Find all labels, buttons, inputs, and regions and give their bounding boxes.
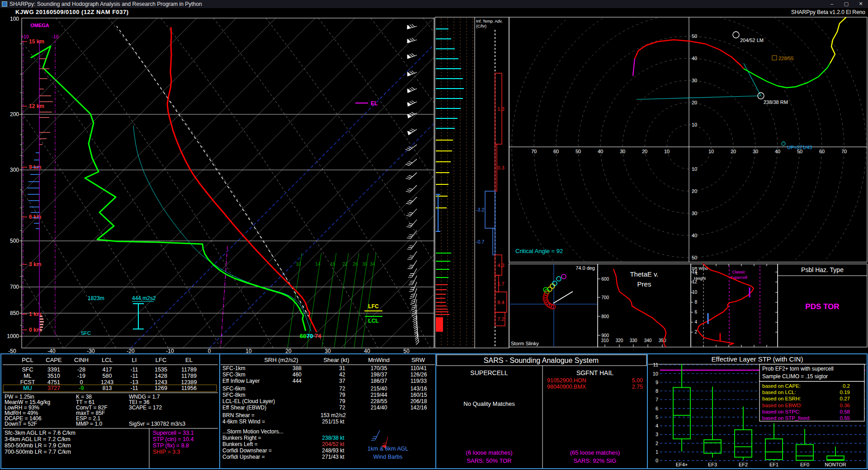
motion-value: 153 m2/s2 [321,412,346,418]
kinematics-table[interactable]: SRH (m2/s2)Shear (kt)MnWindSRWSFC-1km388… [221,357,435,411]
svg-text:110/41: 110/41 [410,365,427,371]
svg-text:-11: -11 [130,367,138,373]
parcel-header: LCL [102,357,113,363]
svg-text:388: 388 [292,365,302,371]
stp-box-ef0 [796,429,813,461]
wind-barb [406,23,417,29]
svg-text:142/16: 142/16 [410,404,427,411]
sars-hail-matches: (65 loose matches) [570,449,620,456]
parcel-row-ml[interactable]: ML3510-19580-11142811789 [24,373,197,379]
storm-slinky-panel[interactable]: 74.0 degStorm Slinky [509,264,598,347]
svg-text:10: 10 [708,149,714,154]
index-value: MMP = 1.0 [76,421,102,427]
svg-text:7: 7 [656,397,658,402]
thermo-indices: PW = 1.25inMeanW = 15.4g/kgLowRH = 93%Mi… [3,394,218,428]
hazard-value: PDS TOR [805,302,839,311]
stp-legend-title: Prob EF2+ torn with supercell [762,366,834,372]
wind-speed-inset[interactable] [435,17,475,348]
profiles [31,26,316,332]
sars-hail-size: 5.00 [632,377,643,384]
sr-wind-panel[interactable]: SR Windv.HeightClassicSupercell141210864… [691,263,778,347]
barb-caption: Wind Barbs [373,454,403,460]
composite-index: STP (fix) = 8.8 [153,442,189,449]
sars-panel[interactable]: SARS - Sounding Analogue SystemSUPERCELL… [437,355,646,468]
svg-text:-28: -28 [77,367,85,373]
wind-barb [406,37,417,43]
svg-text:20: 20 [731,149,736,154]
svg-text:11: 11 [653,362,658,367]
omega-title: OMEGA [30,23,49,28]
svg-text:1000: 1000 [7,333,19,339]
temp-advection-inset[interactable]: Inf. Temp. Adv.(C/hr)1.30.3-3.2-0.74.31.… [475,17,509,348]
mixing-ratio-label: 14 [315,262,321,267]
hazard-title: Psbl Haz. Type [801,266,844,273]
svg-text:60: 60 [819,149,825,154]
wind-barb [414,332,420,344]
parcel-header: EL [185,357,193,363]
eff-srh-label: 444 m2s2 [132,295,156,301]
svg-text:215/40: 215/40 [371,385,387,392]
svg-text:8: 8 [656,388,658,394]
motion-label: ...Storm Motion Vectors... [222,428,283,435]
svg-text:198/37: 198/37 [371,371,387,378]
svg-text:37: 37 [339,378,345,384]
stp-box-ef4+ [673,364,690,451]
svg-text:9: 9 [656,380,658,385]
lapse-rate: 700-500mb LR = 7.7 C/km [5,449,71,455]
svg-text:320: 320 [616,338,623,343]
composite-index: SHIP = 3.3 [153,449,180,455]
parcel-row-sfc[interactable]: SFC3391-28417-11153511789 [22,367,197,373]
wind-barb [407,249,417,261]
svg-text:700: 700 [10,284,19,290]
right-mover-label: 238/38 RM [764,99,788,105]
thetae-panel[interactable]: ThetaE v.Pres600700800900310320330340350 [598,264,691,347]
svg-text:700: 700 [601,295,609,300]
stp-box-nontor [827,446,844,461]
lapse-rate: Sfc-3km AGL LR = 7.6 C/km [5,430,75,436]
sars-hail-result: SARS: 92% SIG [574,457,617,464]
stp-box-ef1 [765,423,783,461]
svg-text:0: 0 [208,348,211,354]
stp-category: EF0 [800,462,809,467]
stp-category: EF4+ [676,462,688,467]
hodograph-panel[interactable]: 7060504030201010203040506070504030201010… [509,0,867,324]
temp-adv-value: 0.3 [497,165,504,170]
lapse-rates: Sfc-3km AGL LR = 7.6 C/km3-6km AGL LR = … [5,430,75,455]
sfc-label: SFC [81,330,91,336]
temp-adv-value: -3.2 [476,207,485,212]
svg-text:-19: -19 [77,373,85,379]
temp-adv-value: 4.3 [497,263,504,268]
main-canvas[interactable]: 10141822263034100200300500700850100015 k… [0,0,868,470]
svg-text:SFC-6km: SFC-6km [222,385,245,392]
stp-title: Effective Layer STP (with CIN) [712,355,803,363]
stp-prob-label: based on ESRH: [762,396,801,401]
sars-no-matches: No Quality Matches [463,400,515,407]
temperature-profile [167,27,316,332]
svg-text:119/33: 119/33 [410,378,427,384]
svg-text:40: 40 [775,149,780,154]
wind-barb [406,195,417,206]
sars-supercell-header: SUPERCELL [470,369,508,376]
parcel-row-mu[interactable]: MU3727-9813-11126911956 [3,385,217,392]
svg-text:LCL-EL (Cloud Layer): LCL-EL (Cloud Layer) [222,398,275,404]
stp-legend-climo: Sample CLIMO = .15 sigtor [762,373,828,380]
svg-text:143/16: 143/16 [410,385,427,392]
svg-text:6: 6 [694,310,697,315]
wind-barb [406,217,417,229]
svg-text:1269: 1269 [155,385,167,391]
svg-text:580: 580 [103,373,112,379]
svg-text:30: 30 [692,78,697,83]
wetbulb-profile [133,126,311,331]
motion-label: Corfidi Upshear = [222,454,265,460]
sars-title: SARS - Sounding Analogue System [484,357,599,364]
svg-text:126/26: 126/26 [410,371,427,378]
svg-text:10: 10 [664,149,670,154]
svg-text:500: 500 [10,238,19,244]
svg-text:900: 900 [601,333,609,338]
possible-hazard-panel[interactable]: Psbl Haz. TypePDS TOR [778,264,867,347]
wind-barb [408,258,417,270]
temp-adv-units: (C/hr) [476,24,486,28]
kin-header: MnWind [368,357,390,363]
parcel-table[interactable]: PCLCAPECINHLCLLILFCELSFC3391-28417-11153… [3,357,218,393]
svg-text:600: 600 [601,277,609,282]
